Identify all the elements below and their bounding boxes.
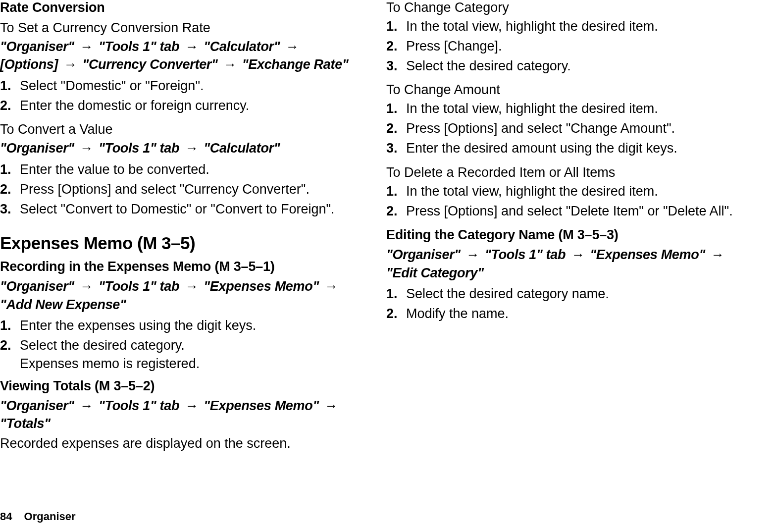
step-text: In the total view, highlight the desired…	[406, 182, 743, 201]
steps-set-rate: 1.Select "Domestic" or "Foreign".2.Enter…	[0, 77, 357, 115]
step-text: In the total view, highlight the desired…	[406, 17, 743, 36]
subheading-recording: Recording in the Expenses Memo (M 3–5–1)	[0, 259, 357, 274]
subheading-set-rate: To Set a Currency Conversion Rate	[0, 20, 357, 36]
arrow-icon: →	[319, 398, 340, 413]
subheading-delete: To Delete a Recorded Item or All Items	[386, 165, 743, 180]
arrow-icon: →	[566, 247, 590, 262]
heading-rate-conversion: Rate Conversion	[0, 0, 357, 15]
arrow-icon: →	[74, 39, 99, 54]
steps-record: 1.Enter the expenses using the digit key…	[0, 317, 357, 355]
arrow-icon: →	[705, 247, 726, 262]
step-number: 1.	[0, 317, 20, 335]
step-number: 1.	[386, 182, 406, 201]
step-item: 1.Select "Domestic" or "Foreign".	[0, 77, 357, 96]
step-text: Press [Options] and select "Delete Item"…	[406, 202, 743, 221]
subheading-change-category: To Change Category	[386, 0, 743, 15]
step-number: 3.	[0, 200, 20, 219]
step-text: Modify the name.	[406, 305, 743, 323]
nav-path-segment: "Organiser"	[0, 279, 74, 294]
step-number: 2.	[0, 180, 20, 199]
arrow-icon: →	[74, 279, 99, 294]
subheading-code: (M 3–5–3)	[558, 227, 618, 242]
nav-path-segment: "Calculator"	[204, 141, 280, 156]
step-text: In the total view, highlight the desired…	[406, 100, 743, 118]
arrow-icon: →	[74, 141, 99, 156]
step-text: Enter the expenses using the digit keys.	[20, 317, 357, 335]
arrow-icon: →	[319, 279, 340, 294]
step-item: 2.Modify the name.	[386, 305, 743, 323]
steps-change-category: 1.In the total view, highlight the desir…	[386, 17, 743, 75]
step-number: 3.	[386, 139, 406, 158]
nav-path-segment: "Totals"	[0, 416, 51, 431]
step-text: Select "Domestic" or "Foreign".	[20, 77, 357, 96]
nav-path-segment: "Calculator"	[204, 39, 280, 54]
step-number: 1.	[386, 17, 406, 36]
step-number: 2.	[0, 336, 20, 355]
nav-path-segment: "Expenses Memo"	[204, 279, 319, 294]
nav-path-convert: "Organiser" → "Tools 1" tab → "Calculato…	[0, 139, 357, 157]
nav-path-segment: "Organiser"	[0, 398, 74, 413]
nav-path-segment: "Organiser"	[0, 141, 74, 156]
arrow-icon: →	[74, 398, 99, 413]
step-item: 1.In the total view, highlight the desir…	[386, 17, 743, 36]
note-totals: Recorded expenses are displayed on the s…	[0, 436, 357, 451]
heading-text: Expenses Memo	[0, 233, 133, 253]
step-item: 1.In the total view, highlight the desir…	[386, 100, 743, 118]
right-column: To Change Category 1.In the total view, …	[386, 0, 743, 453]
step-number: 2.	[0, 97, 20, 115]
step-item: 3.Select "Convert to Domestic" or "Conve…	[0, 200, 357, 219]
nav-path-segment: "Expenses Memo"	[590, 247, 705, 262]
nav-path-segment: "Exchange Rate"	[242, 57, 349, 72]
step-text: Press [Options] and select "Change Amoun…	[406, 119, 743, 138]
step-number: 2.	[386, 202, 406, 221]
note-record: Expenses memo is registered.	[20, 356, 357, 372]
nav-path-segment: "Edit Category"	[386, 266, 484, 280]
subheading-text: Recording in the Expenses Memo	[0, 259, 211, 274]
step-text: Enter the value to be converted.	[20, 160, 357, 179]
step-item: 2.Press [Options] and select "Currency C…	[0, 180, 357, 199]
step-text: Select the desired category.	[406, 57, 743, 76]
step-number: 1.	[386, 285, 406, 304]
subheading-text: Viewing Totals	[0, 378, 91, 393]
steps-change-amount: 1.In the total view, highlight the desir…	[386, 100, 743, 158]
step-text: Enter the desired amount using the digit…	[406, 139, 743, 158]
nav-path-segment: "Tools 1" tab	[99, 141, 179, 156]
nav-path-record: "Organiser" → "Tools 1" tab → "Expenses …	[0, 277, 357, 314]
step-item: 3.Enter the desired amount using the dig…	[386, 139, 743, 158]
step-number: 2.	[386, 119, 406, 138]
arrow-icon: →	[179, 279, 204, 294]
step-item: 2.Press [Options] and select "Change Amo…	[386, 119, 743, 138]
step-item: 1.Enter the value to be converted.	[0, 160, 357, 179]
arrow-icon: →	[280, 39, 301, 54]
step-number: 2.	[386, 305, 406, 323]
subheading-text: Editing the Category Name	[386, 227, 555, 242]
nav-path-totals: "Organiser" → "Tools 1" tab → "Expenses …	[0, 397, 357, 433]
arrow-icon: →	[461, 247, 485, 262]
nav-path-segment: "Tools 1" tab	[99, 279, 179, 294]
section-name: Organiser	[24, 510, 76, 523]
nav-path-set-rate: "Organiser" → "Tools 1" tab → "Calculato…	[0, 38, 357, 74]
nav-path-segment: "Organiser"	[386, 247, 461, 262]
nav-path-segment: "Tools 1" tab	[99, 39, 179, 54]
page-footer: 84 Organiser	[0, 510, 76, 523]
step-text: Press [Options] and select "Currency Con…	[20, 180, 357, 199]
step-number: 1.	[0, 77, 20, 96]
subheading-totals: Viewing Totals (M 3–5–2)	[0, 378, 357, 394]
step-item: 1.Select the desired category name.	[386, 285, 743, 304]
step-text: Press [Change].	[406, 37, 743, 56]
step-item: 1.In the total view, highlight the desir…	[386, 182, 743, 201]
step-item: 3.Select the desired category.	[386, 57, 743, 76]
step-number: 1.	[386, 100, 406, 118]
step-text: Enter the domestic or foreign currency.	[20, 97, 357, 115]
arrow-icon: →	[179, 39, 204, 54]
step-item: 2.Press [Options] and select "Delete Ite…	[386, 202, 743, 221]
subheading-code: (M 3–5–1)	[214, 259, 274, 274]
step-text: Select the desired category.	[20, 336, 357, 355]
subheading-edit-category: Editing the Category Name (M 3–5–3)	[386, 227, 743, 243]
subheading-code: (M 3–5–2)	[95, 378, 155, 393]
heading-expenses-memo: Expenses Memo (M 3–5)	[0, 233, 357, 253]
subheading-change-amount: To Change Amount	[386, 82, 743, 98]
step-item: 2.Enter the domestic or foreign currency…	[0, 97, 357, 115]
steps-delete: 1.In the total view, highlight the desir…	[386, 182, 743, 221]
nav-path-segment: "Organiser"	[0, 39, 74, 54]
